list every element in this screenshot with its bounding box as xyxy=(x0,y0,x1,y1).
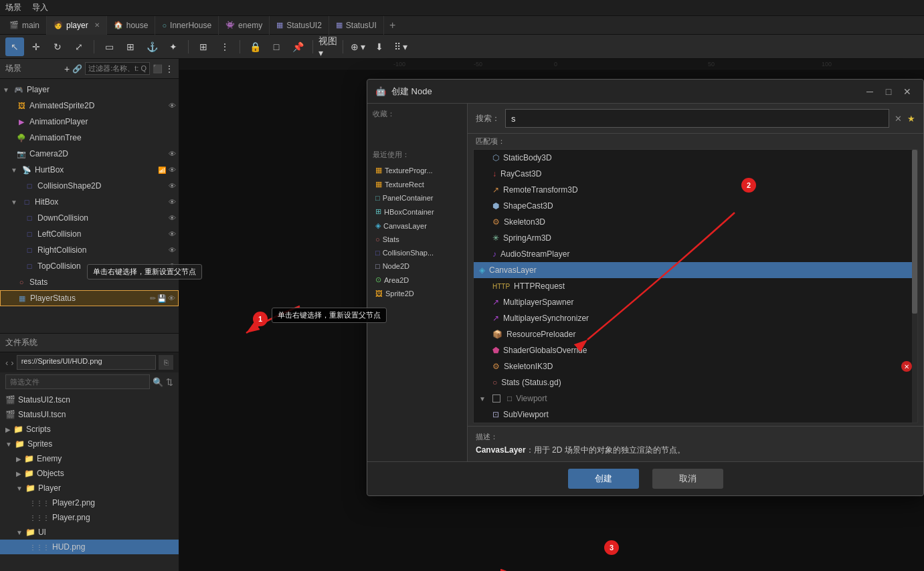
expand-arrow-hitbox[interactable]: ▼ xyxy=(11,199,19,206)
recent-item-texturerect[interactable]: ▦ TextureRect xyxy=(373,178,462,191)
node-staticbody3d[interactable]: ⬡ StaticBody3D xyxy=(474,150,917,166)
node-multiplayerspawner[interactable]: ↗ MultiplayerSpawner xyxy=(474,294,917,310)
tab-player-close[interactable]: ✕ xyxy=(94,21,100,29)
group-btn[interactable]: □ xyxy=(267,37,286,56)
viewport-expand-arrow[interactable]: ▼ xyxy=(479,395,486,403)
nav-back-btn[interactable]: ‹ xyxy=(5,358,8,368)
node-remotetransform3d[interactable]: ↗ RemoteTransform3D xyxy=(474,182,917,198)
cancel-button[interactable]: 取消 xyxy=(652,469,723,489)
tab-enemy[interactable]: 👾 enemy xyxy=(219,16,270,35)
node-httprequest[interactable]: HTTP HTTPRequest xyxy=(474,278,917,294)
search-star-btn[interactable]: ★ xyxy=(907,114,915,124)
filter-scene-input[interactable]: 过滤器:名称、t: Q xyxy=(85,62,150,75)
tab-main[interactable]: 🎬 main xyxy=(3,16,47,35)
node-canvaslayer[interactable]: ◈ CanvasLayer xyxy=(474,262,917,278)
tree-node-animation-player[interactable]: ▶ AnimationPlayer xyxy=(0,114,179,130)
anchor-tool-btn[interactable]: ⚓ xyxy=(143,37,161,56)
node-shapecast3d[interactable]: ⬢ ShapeCast3D xyxy=(474,198,917,214)
rotate-tool-btn[interactable]: ↻ xyxy=(48,37,67,56)
visibility-btn-collision[interactable]: 👁 xyxy=(169,182,176,190)
menu-scene[interactable]: 场景 xyxy=(5,2,21,13)
tree-node-collision-shape[interactable]: □ CollisionShape2D 👁 xyxy=(0,178,179,194)
tree-node-hitbox[interactable]: ▼ □ HitBox 👁 xyxy=(0,194,179,210)
visibility-btn-animated[interactable]: 👁 xyxy=(169,102,176,110)
node-subviewport[interactable]: ⊡ SubViewport xyxy=(474,407,917,423)
node-list[interactable]: ⬡ StaticBody3D ↓ RayCast3D ↗ R xyxy=(473,149,918,423)
recent-item-canvaslayer[interactable]: ◈ CanvasLayer xyxy=(373,219,462,232)
tree-node-top-collision[interactable]: □ TopCollision 👁 xyxy=(0,258,179,274)
menu-import[interactable]: 导入 xyxy=(32,2,48,13)
visibility-btn-top[interactable]: 👁 xyxy=(169,262,176,270)
scrollbar-thumb[interactable] xyxy=(912,150,917,314)
visibility-btn-hurtbox[interactable]: 👁 xyxy=(169,166,176,174)
tab-house[interactable]: 🏠 house xyxy=(107,16,156,35)
scene-more-btn[interactable]: ⋮ xyxy=(165,64,173,74)
file-item-statusui2tscn[interactable]: 🎬 StatusUI2.tscn xyxy=(0,392,179,407)
filesystem-copy-btn[interactable]: ⎘ xyxy=(159,355,173,370)
visibility-btn-player[interactable]: 👁 xyxy=(169,86,176,94)
dots-btn[interactable]: ⠿ ▾ xyxy=(391,37,410,56)
tree-node-camera2d[interactable]: 📷 Camera2D 👁 xyxy=(0,146,179,162)
move-tool-btn[interactable]: ✛ xyxy=(27,37,45,56)
download-btn[interactable]: ⬇ xyxy=(370,37,389,56)
tree-node-animation-tree[interactable]: 🌳 AnimationTree xyxy=(0,130,179,146)
modal-maximize-btn[interactable]: □ xyxy=(881,84,897,100)
tree-node-down-collision[interactable]: □ DownCollision 👁 xyxy=(0,210,179,226)
expand-arrow-player[interactable]: ▼ xyxy=(3,86,11,94)
file-item-scripts[interactable]: ▶ 📁 Scripts xyxy=(0,422,179,437)
tree-node-left-collision[interactable]: □ LeftCollision 👁 xyxy=(0,226,179,242)
file-item-player-folder[interactable]: ▼ 📁 Player xyxy=(0,481,179,495)
view-menu-btn[interactable]: 视图 ▾ xyxy=(318,37,337,56)
tab-player[interactable]: 🧑 player ✕ xyxy=(47,16,107,35)
node-multiplayersynchronizer[interactable]: ↗ MultiplayerSynchronizer xyxy=(474,310,917,326)
file-item-enemy[interactable]: ▶ 📁 Enemy xyxy=(0,451,179,466)
rect-tool-btn[interactable]: ▭ xyxy=(100,37,118,56)
visibility-btn-camera[interactable]: 👁 xyxy=(169,150,176,158)
node-list-scrollbar[interactable] xyxy=(912,150,917,423)
recent-item-collisionshap[interactable]: □ CollisionShap... xyxy=(373,247,462,259)
modal-minimize-btn[interactable]: ─ xyxy=(862,84,878,100)
pin-btn[interactable]: 📌 xyxy=(288,37,307,56)
file-item-statusuitscn[interactable]: 🎬 StatusUI.tscn xyxy=(0,407,179,422)
nav-forward-btn[interactable]: › xyxy=(11,358,13,368)
tab-innerhouse[interactable]: ○ InnerHouse xyxy=(155,16,219,35)
search-input[interactable] xyxy=(505,109,889,128)
node-viewport[interactable]: ▼ □ Viewport xyxy=(474,390,917,407)
add-node-btn[interactable]: + xyxy=(64,64,70,74)
node-skeletonik3d[interactable]: ⚙ SkeletonIK3D ✕ xyxy=(474,358,917,374)
filter-input[interactable] xyxy=(5,374,150,389)
expand-arrow-hurtbox[interactable]: ▼ xyxy=(11,166,19,174)
scale-tool-btn[interactable]: ⤢ xyxy=(70,37,88,56)
select-tool-btn[interactable]: ↖ xyxy=(5,37,24,56)
file-item-objects[interactable]: ▶ 📁 Objects xyxy=(0,466,179,481)
node-skeleton3d[interactable]: ⚙ Skeleton3D xyxy=(474,214,917,230)
recent-item-hboxcontainer[interactable]: ⊞ HBoxContainer xyxy=(373,205,462,218)
node-audiostreamplayer[interactable]: ♪ AudioStreamPlayer xyxy=(474,246,917,262)
node-resourcepreloader[interactable]: 📦 ResourcePreloader xyxy=(474,326,917,342)
recent-item-textureprogr[interactable]: ▦ TextureProgr... xyxy=(373,164,462,177)
tree-node-hurtbox[interactable]: ▼ 📡 HurtBox 📶 👁 xyxy=(0,162,179,178)
visibility-btn-left[interactable]: 👁 xyxy=(169,230,176,238)
file-item-ui-folder[interactable]: ▼ 📁 UI xyxy=(0,525,179,540)
recent-item-sprite2d[interactable]: 🖼 Sprite2D xyxy=(373,288,462,300)
tree-node-player-status[interactable]: ▦ PlayerStatus ✏ 💾 👁 1 xyxy=(0,290,179,306)
visibility-btn-hitbox[interactable]: 👁 xyxy=(169,198,176,206)
tab-statusui2[interactable]: ▦ StatusUI2 xyxy=(270,16,329,35)
tab-statusui[interactable]: ▦ StatusUI xyxy=(329,16,384,35)
node-stats-gd[interactable]: ○ Stats (Status.gd) xyxy=(474,374,917,390)
modal-close-btn[interactable]: ✕ xyxy=(899,84,915,100)
node-springarm3d[interactable]: ✳ SpringArm3D xyxy=(474,230,917,246)
node-shaderglobals[interactable]: ⬟ ShaderGlobalsOverride xyxy=(474,342,917,358)
grid-btn[interactable]: ⊞ xyxy=(194,37,213,56)
file-item-player2png[interactable]: ⋮⋮⋮ Player2.png xyxy=(0,495,179,510)
file-item-playerpng[interactable]: ⋮⋮⋮ Player.png xyxy=(0,510,179,525)
link-node-btn[interactable]: 🔗 xyxy=(72,64,82,74)
recent-item-panelcontainer[interactable]: □ PanelContainer xyxy=(373,192,462,204)
create-button[interactable]: 创建 xyxy=(568,469,639,489)
recent-item-area2d[interactable]: ⊙ Area2D xyxy=(373,273,462,286)
viewport-checkbox[interactable] xyxy=(492,394,500,403)
layout-btn[interactable]: ⊕ ▾ xyxy=(349,37,367,56)
file-item-hudpng[interactable]: ⋮⋮⋮ HUD.png xyxy=(0,540,179,554)
filter-icon[interactable]: 🔍 xyxy=(153,377,163,387)
transform-tool-btn[interactable]: ⊞ xyxy=(121,37,140,56)
